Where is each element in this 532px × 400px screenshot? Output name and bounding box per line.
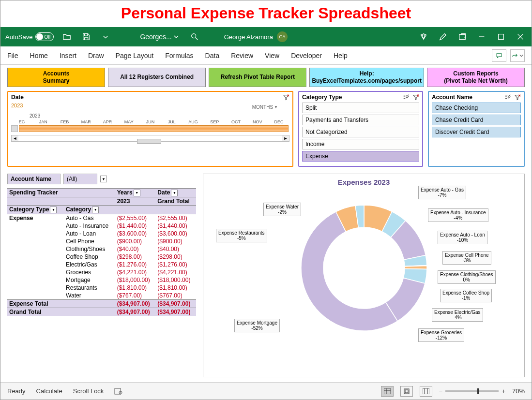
slicer-item[interactable]: Split	[302, 103, 419, 113]
minimize-icon[interactable]	[475, 30, 488, 43]
scroll-left-icon[interactable]: ◄	[12, 135, 18, 141]
table-row[interactable]: Coffee Shop($298.00)($298.00)	[7, 253, 196, 261]
search-icon[interactable]	[188, 30, 201, 43]
filter-dropdown-icon[interactable]: ▼	[100, 176, 107, 182]
nav-button-1[interactable]: All 12 Registers Combined	[108, 68, 206, 87]
timeline-handle-left[interactable]	[11, 125, 18, 132]
tab-view[interactable]: View	[265, 52, 279, 59]
slicer-item[interactable]: Chase Checking	[432, 103, 521, 113]
slicer-item[interactable]: Not Categorized	[302, 127, 419, 137]
filter-icon[interactable]: ▼	[50, 207, 57, 213]
tab-insert[interactable]: Insert	[60, 52, 76, 59]
table-row[interactable]: Cell Phone($900.00)($900.00)	[7, 237, 196, 245]
table-row[interactable]: Electric/Gas($1,276.00)($1,276.00)	[7, 261, 196, 268]
pivot-table-area: Account Name (All) ▼ Spending Tracker Ye…	[7, 174, 196, 377]
toggle-track[interactable]: Off	[35, 32, 54, 41]
pivot-table[interactable]: Spending Tracker Years▼ Date▼ 2023Grand …	[7, 188, 196, 316]
svg-rect-8	[423, 388, 429, 394]
category-slicer[interactable]: Category Type SplitPayments and Transfer…	[298, 91, 423, 167]
nav-button-0[interactable]: AccountsSummary	[7, 68, 105, 87]
scroll-right-icon[interactable]: ►	[282, 135, 289, 141]
user-account[interactable]: George Alzamora GA	[224, 31, 288, 42]
category-slicer-title: Category Type	[302, 94, 342, 101]
toggle-knob	[36, 33, 43, 40]
svg-point-0	[191, 34, 196, 38]
table-row[interactable]: Restaurants($1,810.00)($1,810.00)	[7, 284, 196, 292]
filter-icon[interactable]: ▼	[171, 190, 178, 196]
slicer-item[interactable]: Discover Credit Card	[432, 127, 521, 137]
tab-file[interactable]: File	[7, 52, 18, 59]
clear-filter-icon[interactable]	[514, 94, 521, 101]
slicer-item[interactable]: Expense	[302, 151, 419, 162]
comments-button[interactable]	[492, 49, 506, 62]
macro-record-icon[interactable]	[114, 388, 123, 395]
status-calculate[interactable]: Calculate	[36, 387, 62, 395]
slicer-item[interactable]: Chase Credit Card	[432, 115, 521, 125]
tab-review[interactable]: Review	[231, 52, 253, 59]
autosave-toggle[interactable]: AutoSave Off	[5, 32, 54, 41]
multiselect-icon[interactable]	[403, 94, 410, 101]
tab-data[interactable]: Data	[205, 52, 220, 59]
view-normal-icon[interactable]	[381, 386, 394, 397]
slicer-row: Date 2023 MONTHS ▼ 2023 ECJANFEBMARAPRMA…	[0, 89, 532, 171]
workbook-name[interactable]: Georges...	[140, 33, 178, 41]
chart-callout: Expense Restaurants-5%	[216, 229, 267, 242]
table-row[interactable]: ExpenseAuto - Gas($2,555.00)($2,555.00)	[7, 214, 196, 222]
autosave-state: Off	[44, 34, 50, 40]
zoom-thumb[interactable]	[477, 388, 479, 394]
zoom-track[interactable]	[445, 390, 499, 392]
tab-developer[interactable]: Developer	[291, 52, 322, 59]
timeline-period-dropdown[interactable]: MONTHS ▼	[252, 104, 278, 110]
nav-button-4[interactable]: Custom Reports(Pivot Table Net Worth)	[427, 68, 525, 87]
edit-icon[interactable]	[437, 30, 449, 43]
table-row[interactable]: Auto - Insurance($1,440.00)($1,440.00)	[7, 222, 196, 230]
table-row[interactable]: Auto - Loan($3,600.00)($3,600.00)	[7, 230, 196, 237]
zoom-level[interactable]: 70%	[512, 387, 525, 395]
table-row[interactable]: Groceries($4,221.00)($4,221.00)	[7, 268, 196, 276]
timeline-scrollbar[interactable]: ◄ ►	[11, 135, 289, 142]
chart-area[interactable]: Expenses 2023 Expense Auto - Gas-7%Expen…	[203, 174, 525, 377]
restore-icon[interactable]	[456, 30, 469, 43]
account-slicer[interactable]: Account Name Chase CheckingChase Credit …	[428, 91, 525, 167]
grand-total-label: Grand Total	[7, 308, 115, 316]
scroll-thumb[interactable]	[137, 139, 161, 144]
table-row[interactable]: Mortgage($18,000.00)($18,000.00)	[7, 276, 196, 284]
table-row[interactable]: Water($767.00)($767.00)	[7, 292, 196, 300]
filter-icon[interactable]: ▼	[134, 190, 140, 196]
pivot-filter-value[interactable]: (All)	[63, 174, 97, 184]
timeline-range[interactable]	[19, 125, 289, 132]
view-pagelayout-icon[interactable]	[400, 386, 413, 397]
chart-callout: Expense Water-2%	[263, 203, 301, 216]
tab-home[interactable]: Home	[30, 52, 48, 59]
filter-icon[interactable]: ▼	[92, 207, 99, 213]
pivot-filter[interactable]: Account Name (All) ▼	[7, 174, 196, 184]
maximize-icon[interactable]	[495, 30, 507, 43]
tab-draw[interactable]: Draw	[88, 52, 104, 59]
slicer-item[interactable]: Income	[302, 139, 419, 149]
zoom-out-icon[interactable]: −	[439, 387, 443, 395]
tab-formulas[interactable]: Formulas	[165, 52, 193, 59]
nav-button-2[interactable]: Refresh Pivot Table Report	[209, 68, 306, 87]
clear-filter-icon[interactable]	[412, 94, 419, 101]
zoom-in-icon[interactable]: +	[502, 387, 505, 395]
chart-callout: Expense Mortgage-52%	[234, 319, 280, 332]
timeline-month: JAN	[32, 119, 54, 124]
more-icon[interactable]	[99, 30, 112, 43]
zoom-slider[interactable]: − +	[439, 387, 505, 395]
tab-pagelayout[interactable]: Page Layout	[116, 52, 154, 59]
save-icon[interactable]	[80, 30, 92, 43]
slicer-item[interactable]: Payments and Transfers	[302, 115, 419, 125]
nav-button-3[interactable]: Help:BuyExcelTemplates.com/pages/support	[309, 68, 424, 87]
close-icon[interactable]	[514, 30, 527, 43]
open-icon[interactable]	[61, 30, 73, 43]
tab-help[interactable]: Help	[334, 52, 348, 59]
timeline-bar[interactable]	[11, 125, 289, 132]
table-row[interactable]: Clothing/Shoes($40.00)($40.00)	[7, 245, 196, 253]
expense-total-gt: ($34,907.00)	[155, 299, 196, 308]
clear-filter-icon[interactable]	[283, 94, 289, 101]
share-button[interactable]	[510, 49, 525, 62]
timeline-slicer[interactable]: Date 2023 MONTHS ▼ 2023 ECJANFEBMARAPRMA…	[7, 91, 293, 167]
multiselect-icon[interactable]	[504, 94, 511, 101]
diamond-icon[interactable]	[417, 30, 430, 43]
view-pagebreak-icon[interactable]	[420, 386, 432, 397]
